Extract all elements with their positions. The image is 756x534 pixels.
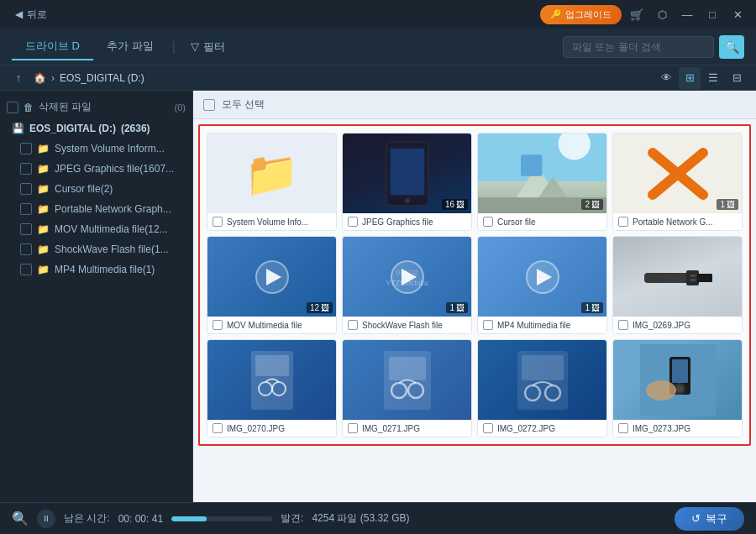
sidebar-item-swf[interactable]: 📁 ShockWave Flash file(1...	[0, 239, 192, 259]
file-label-row-img0272: IMG_0272.JPG	[478, 420, 606, 437]
img0269-checkbox[interactable]	[618, 320, 628, 330]
jpeg-file-label: JPEG Graphics file	[362, 217, 433, 227]
file-item-img0272[interactable]: IMG_0272.JPG	[477, 339, 607, 437]
sidebar-item-cursor[interactable]: 📁 Cursor file(2)	[0, 179, 192, 199]
eos-count: (2636)	[121, 123, 150, 134]
view-grid-button[interactable]: ⊞	[679, 67, 701, 89]
mp4-file-checkbox[interactable]	[483, 320, 493, 330]
cursor-file-checkbox[interactable]	[483, 217, 493, 227]
sidebar-item-jpeg[interactable]: 📁 JPEG Graphics file(1607...	[0, 159, 192, 179]
file-item-cursor[interactable]: 2🖼 Cursor file	[477, 133, 607, 231]
recover-button[interactable]: ↺ 복구	[675, 507, 744, 531]
breadcrumb-separator: ›	[51, 72, 55, 84]
png-label: Portable Network Graph...	[55, 203, 171, 215]
png-file-checkbox[interactable]	[618, 217, 628, 227]
mov-label: MOV Multimedia file(12...	[55, 223, 168, 235]
file-label-row-img0269: IMG_0269.JPG	[613, 317, 742, 333]
deleted-count: (0)	[175, 102, 186, 113]
deleted-label: 삭제된 파일	[39, 100, 92, 114]
sidebar-item-png[interactable]: 📁 Portable Network Graph...	[0, 199, 192, 219]
svg-rect-15	[697, 274, 712, 282]
file-item-jpeg[interactable]: 16🖼 JPEG Graphics file	[342, 133, 472, 231]
img0273-label: IMG_0273.JPG	[633, 424, 690, 433]
img0272-checkbox[interactable]	[483, 423, 493, 433]
svg-point-4	[405, 198, 410, 203]
tab-drive-d[interactable]: 드라이브 D	[12, 34, 93, 60]
usb-svg	[640, 252, 716, 302]
file-label-row-img0271: IMG_0271.JPG	[343, 420, 471, 437]
share-button[interactable]: ⬡	[652, 4, 672, 24]
tab-add-file-label: 추가 파일	[107, 39, 154, 52]
sidebar-section-eos[interactable]: 💾 EOS_DIGITAL (D:) (2636)	[0, 118, 192, 139]
select-all-checkbox[interactable]	[203, 99, 215, 111]
folder-icon-jpeg: 📁	[37, 163, 50, 175]
img0273-checkbox[interactable]	[618, 423, 628, 433]
mov-play-overlay	[255, 260, 289, 294]
sidebar-item-mp4[interactable]: 📁 MP4 Multimedia file(1)	[0, 259, 192, 280]
sv-checkbox[interactable]	[20, 143, 32, 154]
svg-rect-3	[391, 149, 424, 195]
breadcrumb-up-button[interactable]: ↑	[8, 68, 29, 88]
file-label-row-cursor: Cursor file	[478, 213, 606, 230]
filter-button[interactable]: ▽ 필터	[181, 34, 235, 60]
sv-file-checkbox[interactable]	[213, 217, 223, 227]
jpeg-count: 16🖼	[442, 199, 468, 210]
view-list-button[interactable]: ☰	[702, 67, 724, 89]
view-icon-button[interactable]: 👁	[655, 67, 677, 89]
pause-button[interactable]: ⏸	[37, 510, 55, 528]
close-button[interactable]: ✕	[727, 4, 748, 24]
upgrade-button[interactable]: 🔑 업그레이드	[540, 5, 622, 24]
img0272-label: IMG_0272.JPG	[497, 424, 555, 433]
mov-checkbox[interactable]	[20, 223, 32, 235]
img0270-checkbox[interactable]	[213, 423, 223, 433]
maximize-button[interactable]: □	[702, 4, 722, 24]
jpeg-checkbox[interactable]	[20, 163, 32, 175]
view-detail-button[interactable]: ⊟	[726, 67, 748, 89]
file-item-mov[interactable]: 12🖼 MOV Multimedia file	[207, 236, 337, 334]
png-count: 1🖼	[717, 199, 738, 210]
mp4-checkbox[interactable]	[20, 264, 32, 275]
eos-label: EOS_DIGITAL (D:)	[29, 123, 116, 134]
found-label: 발견:	[281, 511, 303, 526]
file-item-img0271[interactable]: IMG_0271.JPG	[342, 339, 472, 437]
file-item-img0273[interactable]: IMG_0273.JPG	[612, 339, 743, 437]
mp4-count: 1🖼	[581, 302, 603, 313]
time-label: 남은 시간:	[64, 511, 110, 526]
mov-play-triangle	[266, 269, 281, 285]
file-thumb-img0270	[207, 340, 336, 420]
file-item-swf[interactable]: 아이모YTZMocbika 1🖼 ShockWave Flash file	[342, 236, 472, 334]
back-button[interactable]: ◀ 뒤로	[8, 5, 54, 24]
nav-bar: 드라이브 D 추가 파일 | ▽ 필터 🔍	[0, 29, 756, 65]
cursor-checkbox[interactable]	[20, 183, 32, 195]
mov-file-checkbox[interactable]	[213, 320, 223, 330]
png-checkbox[interactable]	[20, 203, 32, 215]
swf-file-checkbox[interactable]	[348, 320, 358, 330]
img0271-label: IMG_0271.JPG	[362, 424, 420, 433]
nav-divider: |	[172, 39, 176, 55]
svg-rect-10	[521, 154, 543, 176]
file-label-row-swf: ShockWave Flash file	[343, 317, 471, 333]
file-item-mp4[interactable]: 1🖼 MP4 Multimedia file	[477, 236, 607, 334]
deleted-checkbox[interactable]	[7, 102, 18, 113]
file-item-img0269[interactable]: IMG_0269.JPG	[612, 236, 743, 334]
file-item-png[interactable]: 1🖼 Portable Network G...	[612, 133, 743, 231]
filter-icon: ▽	[191, 40, 199, 53]
img0271-checkbox[interactable]	[348, 423, 358, 433]
minimize-button[interactable]: —	[677, 4, 697, 24]
swf-file-label: ShockWave Flash file	[362, 321, 443, 330]
file-thumb-img0272	[478, 340, 606, 420]
sidebar: 🗑 삭제된 파일 (0) 💾 EOS_DIGITAL (D:) (2636) 📁…	[0, 91, 193, 502]
sidebar-item-system-volume[interactable]: 📁 System Volume Inform...	[0, 139, 192, 159]
tab-add-file[interactable]: 추가 파일	[93, 34, 167, 60]
mp4-label: MP4 Multimedia file(1)	[55, 264, 155, 275]
sv-file-label: System Volume Info...	[227, 217, 308, 227]
jpeg-file-checkbox[interactable]	[348, 217, 358, 227]
file-item-img0270[interactable]: IMG_0270.JPG	[207, 339, 337, 437]
cart-button[interactable]: 🛒	[627, 4, 647, 24]
search-button[interactable]: 🔍	[719, 35, 744, 59]
sidebar-item-mov[interactable]: 📁 MOV Multimedia file(12...	[0, 219, 192, 239]
swf-checkbox[interactable]	[20, 243, 32, 255]
file-item-system-volume[interactable]: 📁 System Volume Info...	[207, 133, 337, 231]
search-input[interactable]	[563, 36, 714, 58]
sidebar-item-deleted[interactable]: 🗑 삭제된 파일 (0)	[0, 96, 192, 118]
